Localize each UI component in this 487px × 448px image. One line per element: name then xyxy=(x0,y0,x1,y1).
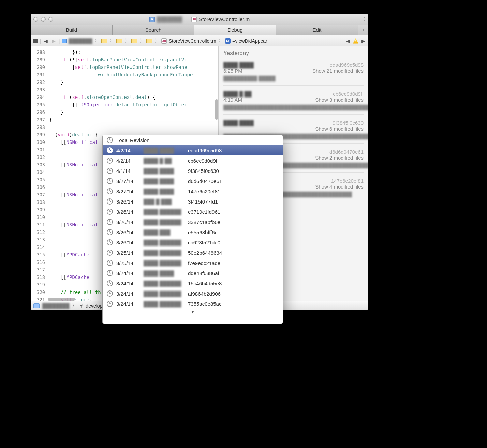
line-number: 316 xyxy=(31,258,45,266)
warning-icon[interactable]: ! xyxy=(353,38,358,44)
clock-icon xyxy=(107,250,113,256)
revision-row[interactable]: 3/25/14 ████ ██████ f7e9edc21ade xyxy=(103,258,283,268)
title-file: StoreViewController.m xyxy=(199,16,250,22)
revision-hash: 7355ac0e85ac xyxy=(188,301,221,307)
clock-icon xyxy=(107,290,113,297)
tab-edit[interactable]: Edit xyxy=(276,25,358,35)
revision-row[interactable]: 3/27/14 ████ ████ 147e6c20ef81 xyxy=(103,186,283,196)
local-revision-row[interactable]: Local Revision xyxy=(103,135,283,145)
counterpart-forward-button[interactable]: ▶ xyxy=(360,38,366,44)
commit-files-link[interactable]: Show 2 modified files xyxy=(315,155,364,161)
tab-search[interactable]: Search xyxy=(113,25,194,35)
title-project: ███████ xyxy=(157,16,182,22)
revision-row[interactable]: 3/27/14 ████ ████ d6d6d0470e61 xyxy=(103,176,283,186)
status-branch[interactable]: develop xyxy=(86,303,102,309)
horizontal-scrollbar[interactable] xyxy=(48,298,75,301)
add-tab-button[interactable]: + xyxy=(358,25,368,35)
file-icon-small: .m xyxy=(161,38,167,44)
line-number: 320 xyxy=(31,288,45,296)
line-number: 303 xyxy=(31,161,45,168)
line-gutter: 2882892902912922932942952962972982993003… xyxy=(31,46,48,301)
tab-build[interactable]: Build xyxy=(31,25,113,35)
revision-author: ████ ██████ xyxy=(144,281,185,286)
line-number: 302 xyxy=(31,153,45,161)
nav-back-button[interactable]: ◀ xyxy=(43,38,49,44)
line-number: 309 xyxy=(31,206,45,213)
revision-row[interactable]: 3/26/14 ████ ██████ e3719c1fd961 xyxy=(103,207,283,217)
commit-entry[interactable]: ████ █ ██ cb6ec9d0d9ff 4:19 AM Show 3 mo… xyxy=(223,89,364,115)
revision-hash: d6d6d0470e61 xyxy=(188,178,222,184)
commit-files-link[interactable]: Show 3 modified files xyxy=(315,97,364,103)
revision-row[interactable]: 4/1/14 ████ ████ 9f3845f0c630 xyxy=(103,166,283,176)
line-number: 299 xyxy=(31,131,45,138)
revision-author: ████ ████ xyxy=(144,189,185,194)
revision-hash: af9864b2d906 xyxy=(188,291,221,297)
revision-row[interactable]: 3/24/14 ████ ██████ 15c46b4d55e8 xyxy=(103,278,283,288)
commit-files-link[interactable]: Show 6 modified files xyxy=(315,126,364,132)
counterpart-back-button[interactable]: ◀ xyxy=(345,38,351,44)
commit-entry[interactable]: ████ ████ edad969c5d98 6:25 PM Show 21 m… xyxy=(223,60,364,86)
revision-row[interactable]: 3/25/14 ████ ██████ 50e2b6448634 xyxy=(103,248,283,258)
jump-bar: | ◀ ▶ | ███████ 〉 〉 〉 〉 〉 .m StoreViewCo… xyxy=(31,35,368,46)
line-number: 297 xyxy=(31,116,45,123)
fullscreen-icon[interactable] xyxy=(359,16,365,22)
revision-author: ████ █ ██ xyxy=(144,158,185,164)
clock-icon xyxy=(107,147,113,153)
clock-icon xyxy=(107,219,113,225)
revision-author: ████ ██████ xyxy=(144,240,185,245)
revision-hash: 147e6c20ef81 xyxy=(188,189,220,194)
clock-icon xyxy=(107,178,113,184)
commit-files-link[interactable]: Show 21 modified files xyxy=(312,68,364,74)
window-title: h ███████ — .m StoreViewController.m xyxy=(31,16,368,22)
folder-icon xyxy=(101,39,107,43)
nav-forward-button[interactable]: ▶ xyxy=(51,38,57,44)
zoom-button[interactable] xyxy=(48,17,53,22)
line-number: 312 xyxy=(31,228,45,236)
project-folder-icon[interactable] xyxy=(33,303,40,308)
revision-author: ████ ██████ xyxy=(144,219,185,225)
revision-author: ████ ██████ xyxy=(144,209,185,215)
minimize-button[interactable] xyxy=(41,17,46,22)
tab-debug[interactable]: Debug xyxy=(194,25,276,35)
revision-row[interactable]: 3/26/14 ████ ██████ 3387c1abfb0e xyxy=(103,217,283,227)
jump-method[interactable]: –viewDidAppear: xyxy=(233,38,269,44)
revision-row[interactable]: 3/26/14 ████ ██████ cb623f521de0 xyxy=(103,237,283,248)
project-icon: h xyxy=(149,17,155,22)
close-button[interactable] xyxy=(33,17,38,22)
jump-project[interactable]: ███████ xyxy=(69,38,92,44)
branch-icon: ⑂ xyxy=(79,303,83,309)
commit-message: ████████████████████████████████████████… xyxy=(223,105,364,110)
revision-row[interactable]: 4/2/14 ████ ████ edad969c5d98 xyxy=(103,145,283,155)
titlebar: h ███████ — .m StoreViewController.m xyxy=(31,14,368,25)
revision-row[interactable]: 3/26/14 ███ █ ███ 3f415f077fd1 xyxy=(103,196,283,207)
line-number: 318 xyxy=(31,273,45,281)
revision-date: 3/26/14 xyxy=(116,209,140,215)
revision-author: ████ ██████ xyxy=(144,301,185,307)
revision-selector-popup[interactable]: Local Revision 4/2/14 ████ ████ edad969c… xyxy=(102,135,283,324)
related-items-icon[interactable] xyxy=(33,39,38,43)
clock-icon xyxy=(107,198,113,205)
revision-row[interactable]: 3/24/14 ████ ████ dde48f6386af xyxy=(103,268,283,278)
folder-icon xyxy=(146,39,152,43)
revision-row[interactable]: 4/2/14 ████ █ ██ cb6ec9d0d9ff xyxy=(103,155,283,166)
scroll-indicator-down[interactable]: ▼ xyxy=(103,309,283,314)
revision-author: ████ ██████ xyxy=(144,291,185,297)
revision-hash: edad969c5d98 xyxy=(188,148,222,153)
revision-author: ████ ████ xyxy=(144,148,185,153)
revision-date: 3/24/14 xyxy=(116,301,140,307)
revision-row[interactable]: 3/26/14 ████ ███ e55568bfff6c xyxy=(103,227,283,237)
commit-files-link[interactable]: Show 4 modified files xyxy=(315,184,364,190)
revision-row[interactable]: 3/24/14 ████ ██████ 7355ac0e85ac xyxy=(103,299,283,309)
status-path[interactable]: ████████ xyxy=(42,303,69,309)
line-number: 293 xyxy=(31,86,45,93)
jump-file[interactable]: StoreViewController.m xyxy=(169,38,216,44)
commit-author: ████ █ ██ xyxy=(223,91,252,97)
revision-row[interactable]: 3/24/14 ████ ██████ af9864b2d906 xyxy=(103,288,283,299)
revision-date: 3/27/14 xyxy=(116,189,140,194)
revision-author: ████ ████ xyxy=(144,178,185,184)
revision-author: ████ ████ xyxy=(144,168,185,174)
line-number: 294 xyxy=(31,93,45,101)
line-number: 310 xyxy=(31,213,45,221)
vertical-scrollbar[interactable] xyxy=(215,99,218,120)
line-number: 317 xyxy=(31,266,45,273)
